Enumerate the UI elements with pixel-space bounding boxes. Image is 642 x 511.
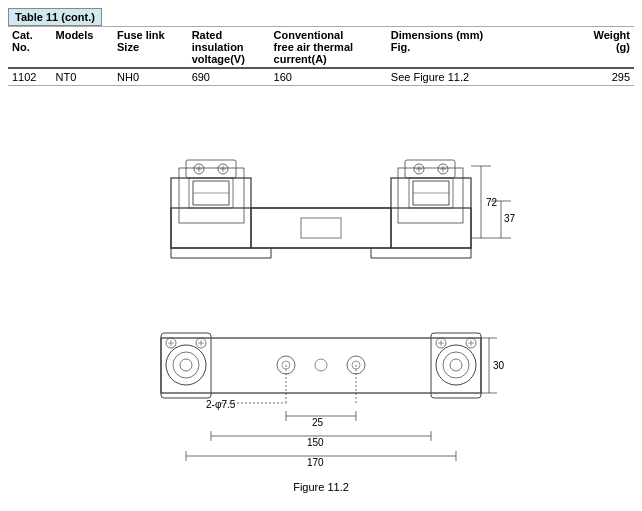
col-conventional-current: Conventionalfree air thermalcurrent(A) xyxy=(270,27,387,69)
figure-caption: Figure 11.2 xyxy=(293,481,349,493)
cell-rated-insulation: 690 xyxy=(188,68,270,86)
dim-37-label: 37 xyxy=(504,213,516,224)
dim-holes-label: 2-φ7.5 xyxy=(206,399,236,410)
figure-top-view: 72 37 xyxy=(111,98,531,298)
col-models: Models xyxy=(52,27,114,69)
dim-72-label: 72 xyxy=(486,197,498,208)
col-weight: Weight(g) xyxy=(574,27,634,69)
svg-rect-1 xyxy=(171,178,251,248)
svg-point-58 xyxy=(315,359,327,371)
dim-150-label: 150 xyxy=(307,437,324,448)
dim-30-label: 30 xyxy=(493,360,505,371)
table-row: 1102 NT0 NH0 690 160 See Figure 11.2 295 xyxy=(8,68,634,86)
cell-cat-no: 1102 xyxy=(8,68,52,86)
figure-bottom-view: 30 2-φ7.5 25 150 170 xyxy=(111,308,531,473)
svg-rect-0 xyxy=(171,208,471,248)
dim-170-label: 170 xyxy=(307,457,324,468)
svg-point-37 xyxy=(180,359,192,371)
svg-rect-4 xyxy=(186,160,236,178)
cell-dimensions: See Figure 11.2 xyxy=(387,68,575,86)
svg-point-46 xyxy=(443,352,469,378)
figure-container: 72 37 xyxy=(8,98,634,493)
svg-rect-25 xyxy=(251,208,391,248)
svg-rect-33 xyxy=(161,338,481,393)
col-fuse-link: Fuse linkSize xyxy=(113,27,188,69)
data-table: Cat.No. Models Fuse linkSize Ratedinsula… xyxy=(8,26,634,86)
col-cat-no: Cat.No. xyxy=(8,27,52,69)
dim-25-label: 25 xyxy=(312,417,324,428)
col-rated-insulation: Ratedinsulationvoltage(V) xyxy=(188,27,270,69)
col-dimensions: Dimensions (mm)Fig. xyxy=(387,27,575,69)
table-header: Table 11 (cont.) xyxy=(8,8,102,26)
svg-rect-26 xyxy=(301,218,341,238)
svg-point-36 xyxy=(173,352,199,378)
svg-rect-2 xyxy=(391,178,471,248)
cell-conventional-current: 160 xyxy=(270,68,387,86)
svg-rect-15 xyxy=(405,160,455,178)
cell-models: NT0 xyxy=(52,68,114,86)
svg-point-45 xyxy=(436,345,476,385)
cell-weight: 295 xyxy=(574,68,634,86)
svg-point-47 xyxy=(450,359,462,371)
cell-fuse-link-size: NH0 xyxy=(113,68,188,86)
svg-point-35 xyxy=(166,345,206,385)
